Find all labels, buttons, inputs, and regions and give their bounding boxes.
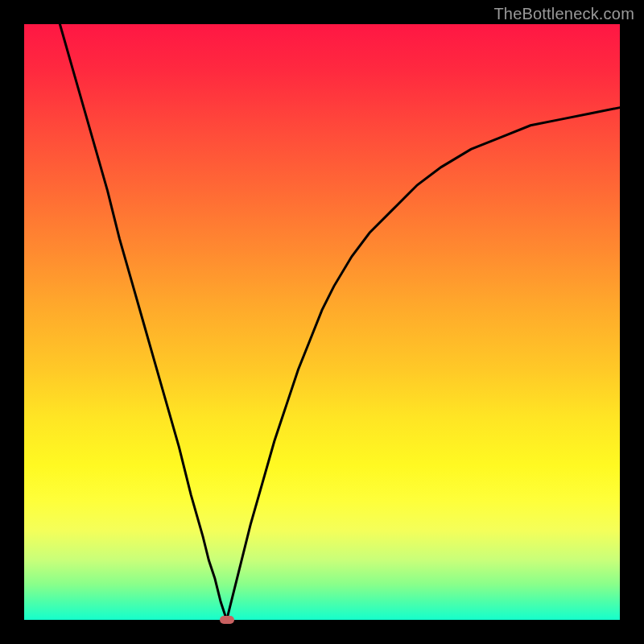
curve-left-branch	[60, 24, 226, 620]
watermark-text: TheBottleneck.com	[493, 5, 634, 23]
curve-svg	[24, 24, 620, 620]
curve-right-branch	[227, 108, 620, 620]
plot-area	[24, 24, 620, 620]
chart-container: TheBottleneck.com	[0, 0, 644, 644]
minimum-marker	[220, 616, 234, 624]
